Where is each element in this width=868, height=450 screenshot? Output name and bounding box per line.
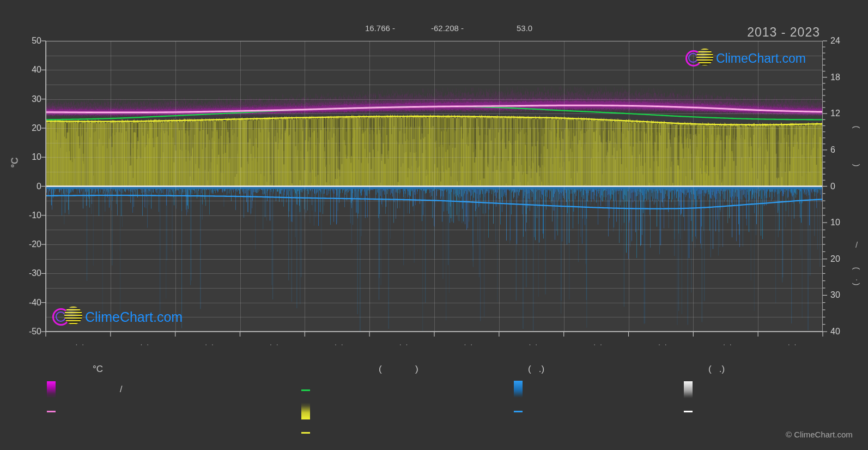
- x-axis-tick-label: . .: [140, 338, 150, 347]
- right-axis-label-fragment: /: [855, 240, 858, 249]
- legend-swatch-line-yellow: [301, 432, 310, 434]
- right-axis-label-fragment: (: [852, 126, 861, 129]
- left-axis-tick-label: -20: [29, 240, 41, 249]
- legend-column-header: ( ): [379, 364, 418, 375]
- legend-swatch-gradient-white: [684, 381, 693, 398]
- left-axis-tick-label: 10: [32, 153, 41, 161]
- header-stat-1: 16.766 -: [365, 23, 395, 33]
- x-axis-tick-label: . .: [335, 338, 344, 347]
- right-axis-upper-tick-label: 24: [830, 37, 840, 45]
- x-axis-tick-label: . .: [529, 338, 538, 347]
- x-axis-tick-label: . .: [788, 338, 798, 347]
- x-axis-tick-label: . .: [205, 338, 215, 347]
- x-axis-tick-label: . .: [399, 338, 409, 347]
- legend-column-header: ( .): [708, 364, 725, 375]
- right-axis-label-fragment: .: [855, 273, 858, 282]
- right-axis-upper-tick-label: 0: [830, 182, 835, 191]
- legend-swatch-gradient-yellow: [301, 403, 310, 419]
- right-axis-upper-tick-label: 12: [830, 109, 840, 118]
- left-axis-tick-label: 40: [32, 65, 41, 74]
- x-axis-tick-label: . .: [464, 338, 474, 347]
- logo-sun-icon: [696, 49, 713, 65]
- left-axis-tick-label: -10: [29, 211, 41, 220]
- header-stat-2: -62.208 -: [431, 23, 464, 33]
- right-axis-label-fragment: (: [852, 267, 861, 270]
- x-axis-tick-label: . .: [76, 338, 86, 347]
- legend-swatch-line-blue: [514, 411, 523, 412]
- right-axis-upper-tick-label: 18: [830, 73, 840, 82]
- right-axis-lower-tick-label: 10: [830, 218, 840, 227]
- left-axis-title: °C: [10, 157, 21, 167]
- header-stat-3: 53.0: [517, 23, 532, 33]
- left-axis-tick-label: 50: [32, 37, 41, 45]
- right-axis-label-fragment: ): [852, 164, 861, 167]
- watermark-top-right: ClimeChart.com: [685, 48, 805, 70]
- x-axis-tick-label: . .: [723, 338, 733, 347]
- x-axis-tick-label: . .: [658, 338, 668, 347]
- watermark-text: ClimeChart.com: [716, 51, 806, 66]
- legend-swatch-gradient-magenta: [47, 381, 56, 398]
- legend-swatch-gradient-blue: [514, 381, 523, 398]
- left-axis-tick-label: -40: [29, 298, 41, 307]
- x-axis-tick-label: . .: [270, 338, 280, 347]
- climate-chart-page: 16.766 - -62.208 - 53.0 2013 - 2023 °C 5…: [0, 0, 868, 450]
- watermark-text: ClimeChart.com: [85, 309, 183, 325]
- right-axis-lower-tick-label: 20: [830, 255, 840, 263]
- x-axis-tick-label: . .: [593, 338, 603, 347]
- legend-swatch-line-white: [684, 411, 693, 412]
- left-axis-tick-label: 30: [32, 95, 41, 104]
- legend-column-header: ( .): [528, 364, 544, 375]
- right-axis-label-fragment: ): [852, 283, 861, 286]
- right-axis-lower-tick-label: 30: [830, 291, 840, 299]
- copyright-text: © ClimeChart.com: [786, 430, 853, 439]
- legend-swatch-line-green: [301, 389, 310, 391]
- right-axis-upper-tick-label: 6: [830, 146, 835, 154]
- logo-sun-icon: [64, 307, 82, 325]
- left-axis-tick-label: 0: [37, 182, 41, 191]
- left-axis-tick-label: -50: [29, 327, 41, 336]
- legend-swatch-line-pink: [47, 411, 56, 412]
- right-axis-lower-tick-label: 40: [830, 327, 840, 336]
- left-axis-tick-label: 20: [32, 124, 41, 133]
- left-axis-tick-label: -30: [29, 269, 41, 278]
- watermark-bottom-left: ClimeChart.com: [52, 305, 189, 328]
- page-title: 2013 - 2023: [747, 25, 820, 40]
- legend-column-header: °C: [93, 364, 103, 375]
- legend-item-label: /: [120, 385, 122, 394]
